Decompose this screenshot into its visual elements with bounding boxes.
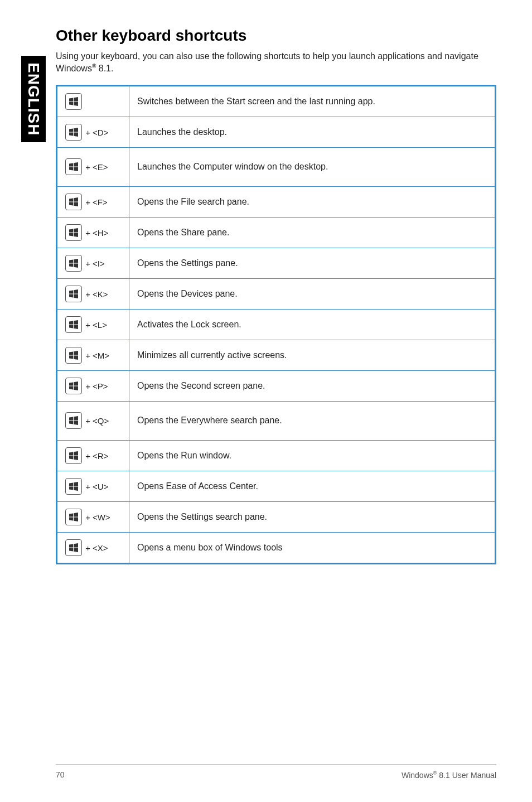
table-row: + <X> Opens a menu box of Windows tools <box>57 532 496 563</box>
desc-cell: Opens the File search pane. <box>129 186 496 217</box>
key-combo-text: + <H> <box>83 228 108 237</box>
key-combo-text: + <I> <box>83 258 105 268</box>
windows-key-icon <box>65 447 82 464</box>
section-heading: Other keyboard shortcuts <box>56 27 496 45</box>
key-combo-text: + <L> <box>83 320 107 329</box>
desc-cell: Switches between the Start screen and th… <box>129 85 496 117</box>
key-cell: + <R> <box>57 440 129 471</box>
key-cell: + <Q> <box>57 401 129 440</box>
key-combo-text: + <Q> <box>83 416 109 426</box>
key-combo-text: + <F> <box>83 197 108 206</box>
footer-manual-before: Windows <box>402 771 433 780</box>
key-combo-text: + <M> <box>83 350 109 360</box>
table-row: + <R> Opens the Run window. <box>57 440 496 471</box>
page-content: Other keyboard shortcuts Using your keyb… <box>56 27 496 564</box>
intro-text-before: Using your keyboard, you can also use th… <box>56 51 478 73</box>
windows-key-icon <box>65 509 82 525</box>
key-cell: + <X> <box>57 532 129 563</box>
key-combo-text: + <X> <box>83 543 108 552</box>
key-cell: + <E> <box>57 147 129 186</box>
table-row: + <I> Opens the Settings pane. <box>57 248 496 278</box>
desc-cell: Opens the Share pane. <box>129 217 496 248</box>
key-cell: + <P> <box>57 370 129 401</box>
windows-key-icon <box>65 286 82 302</box>
desc-cell: Opens Ease of Access Center. <box>129 471 496 501</box>
key-cell: + <K> <box>57 278 129 309</box>
intro-text-after: 8.1. <box>96 64 113 73</box>
desc-cell: Opens the Second screen pane. <box>129 370 496 401</box>
intro-paragraph: Using your keyboard, you can also use th… <box>56 50 496 75</box>
table-row: + <M> Minimizes all currently active scr… <box>57 340 496 370</box>
table-row: + <L> Activates the Lock screen. <box>57 309 496 340</box>
table-row: + <W> Opens the Settings search pane. <box>57 501 496 532</box>
key-cell <box>57 85 129 117</box>
table-row: + <E> Launches the Computer window on th… <box>57 147 496 186</box>
desc-cell: Activates the Lock screen. <box>129 309 496 340</box>
key-cell: + <L> <box>57 309 129 340</box>
desc-cell: Opens the Run window. <box>129 440 496 471</box>
windows-key-icon <box>65 224 82 241</box>
shortcuts-table: Switches between the Start screen and th… <box>56 85 496 564</box>
key-cell: + <I> <box>57 248 129 278</box>
footer-manual: Windows® 8.1 User Manual <box>402 770 496 780</box>
language-tab: ENGLISH <box>21 56 46 142</box>
windows-key-icon <box>65 539 82 556</box>
key-cell: + <D> <box>57 117 129 147</box>
windows-key-icon <box>65 158 82 175</box>
key-combo-text: + <D> <box>83 127 108 137</box>
windows-key-icon <box>65 347 82 364</box>
table-row: + <F> Opens the File search pane. <box>57 186 496 217</box>
desc-cell: Opens the Settings pane. <box>129 248 496 278</box>
key-combo-text: + <U> <box>83 481 108 491</box>
key-combo-text: + <E> <box>83 162 108 172</box>
footer-manual-after: 8.1 User Manual <box>437 771 496 780</box>
desc-cell: Opens a menu box of Windows tools <box>129 532 496 563</box>
windows-key-icon <box>65 255 82 272</box>
desc-cell: Launches the Computer window on the desk… <box>129 147 496 186</box>
table-row: + <P> Opens the Second screen pane. <box>57 370 496 401</box>
desc-cell: Opens the Devices pane. <box>129 278 496 309</box>
windows-key-icon <box>65 124 82 141</box>
table-row: + <H> Opens the Share pane. <box>57 217 496 248</box>
key-cell: + <F> <box>57 186 129 217</box>
desc-cell: Opens the Settings search pane. <box>129 501 496 532</box>
desc-cell: Launches the desktop. <box>129 117 496 147</box>
page-number: 70 <box>56 770 65 779</box>
table-row: + <K> Opens the Devices pane. <box>57 278 496 309</box>
windows-key-icon <box>65 316 82 333</box>
key-cell: + <H> <box>57 217 129 248</box>
table-row: + <Q> Opens the Everywhere search pane. <box>57 401 496 440</box>
key-combo-text: + <R> <box>83 451 108 460</box>
table-row: + <U> Opens Ease of Access Center. <box>57 471 496 501</box>
windows-key-icon <box>65 412 82 429</box>
key-combo-text: + <K> <box>83 289 108 298</box>
key-cell: + <M> <box>57 340 129 370</box>
desc-cell: Opens the Everywhere search pane. <box>129 401 496 440</box>
key-combo-text: + <P> <box>83 381 108 390</box>
key-cell: + <W> <box>57 501 129 532</box>
key-combo-text: + <W> <box>83 512 110 521</box>
windows-key-icon <box>65 478 82 495</box>
key-cell: + <U> <box>57 471 129 501</box>
windows-key-icon <box>65 194 82 210</box>
windows-key-icon <box>65 378 82 394</box>
page-footer: 70 Windows® 8.1 User Manual <box>56 764 496 780</box>
table-row: + <D> Launches the desktop. <box>57 117 496 147</box>
desc-cell: Minimizes all currently active screens. <box>129 340 496 370</box>
windows-key-icon <box>65 93 82 110</box>
table-row: Switches between the Start screen and th… <box>57 85 496 117</box>
